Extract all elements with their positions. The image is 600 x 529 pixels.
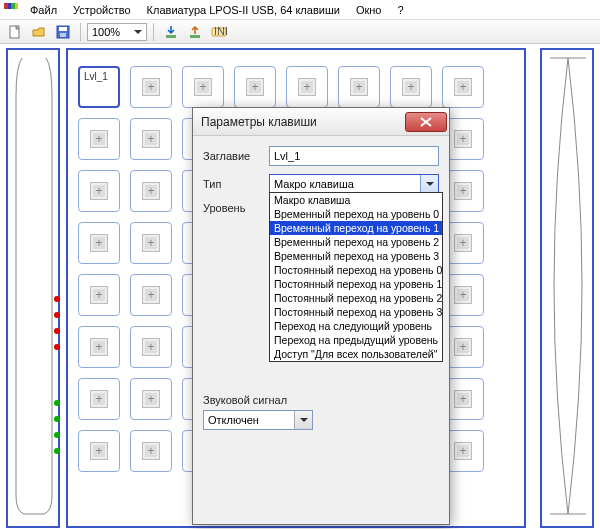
caption-label: Заглавие bbox=[203, 150, 263, 162]
key-cell[interactable]: + bbox=[130, 66, 172, 108]
key-plus: + bbox=[131, 431, 171, 471]
dropdown-option[interactable]: Переход на предыдущий уровень bbox=[270, 333, 442, 347]
key-cell[interactable]: + bbox=[234, 66, 276, 108]
dialog-title: Параметры клавиши bbox=[201, 115, 405, 129]
zoom-value: 100% bbox=[92, 26, 120, 38]
key-plus: + bbox=[131, 119, 171, 159]
led-green bbox=[54, 400, 60, 406]
key-label: Lvl_1 bbox=[84, 71, 108, 82]
key-cell[interactable]: + bbox=[130, 326, 172, 368]
key-cell[interactable]: + bbox=[78, 222, 120, 264]
led-green bbox=[54, 432, 60, 438]
dropdown-option[interactable]: Временный переход на уровень 0 bbox=[270, 207, 442, 221]
key-cell[interactable]: + bbox=[78, 378, 120, 420]
plus-icon: + bbox=[454, 130, 472, 148]
menu-device[interactable]: Устройство bbox=[65, 2, 139, 18]
key-plus: + bbox=[131, 379, 171, 419]
svg-text:INFO: INFO bbox=[214, 25, 227, 37]
key-params-dialog: Параметры клавиши Заглавие Lvl_1 Тип Мак… bbox=[192, 107, 450, 525]
toolbar-upload-icon[interactable] bbox=[184, 22, 206, 42]
key-cell[interactable]: + bbox=[390, 66, 432, 108]
caption-input[interactable]: Lvl_1 bbox=[269, 146, 439, 166]
dropdown-option[interactable]: Доступ "Для всех пользователей" bbox=[270, 347, 442, 361]
menu-window[interactable]: Окно bbox=[348, 2, 390, 18]
toolbar-save-icon[interactable] bbox=[52, 22, 74, 42]
dialog-titlebar[interactable]: Параметры клавиши bbox=[193, 108, 449, 136]
plus-icon: + bbox=[454, 338, 472, 356]
dropdown-option[interactable]: Временный переход на уровень 2 bbox=[270, 235, 442, 249]
sound-combo[interactable]: Отключен bbox=[203, 410, 313, 430]
key-plus: + bbox=[131, 327, 171, 367]
key-plus: + bbox=[79, 119, 119, 159]
dropdown-option[interactable]: Постоянный переход на уровень 0 bbox=[270, 263, 442, 277]
toolbar-open-icon[interactable] bbox=[28, 22, 50, 42]
zoom-select[interactable]: 100% bbox=[87, 23, 147, 41]
key-plus: + bbox=[339, 67, 379, 107]
right-outline bbox=[548, 56, 588, 516]
plus-icon: + bbox=[90, 442, 108, 460]
type-combo[interactable]: Макро клавиша bbox=[269, 174, 439, 194]
key-plus: + bbox=[79, 379, 119, 419]
key-plus: + bbox=[79, 327, 119, 367]
left-outline bbox=[14, 56, 54, 516]
key-cell[interactable]: + bbox=[130, 274, 172, 316]
key-plus: + bbox=[287, 67, 327, 107]
menu-help[interactable]: ? bbox=[389, 2, 411, 18]
key-plus: + bbox=[79, 171, 119, 211]
menubar: Файл Устройство Клавиатура LPOS-II USB, … bbox=[0, 0, 600, 20]
toolbar-new-icon[interactable] bbox=[4, 22, 26, 42]
level-dropdown-list[interactable]: Макро клавишаВременный переход на уровен… bbox=[269, 192, 443, 362]
dropdown-option[interactable]: Временный переход на уровень 1 bbox=[270, 221, 442, 235]
toolbar: 100% INFO bbox=[0, 20, 600, 44]
dropdown-option[interactable]: Временный переход на уровень 3 bbox=[270, 249, 442, 263]
led-red bbox=[54, 328, 60, 334]
key-plus: + bbox=[79, 431, 119, 471]
workspace: Lvl_1+++++++++++++++++++++++++++++++++++… bbox=[0, 44, 600, 529]
toolbar-download-icon[interactable] bbox=[160, 22, 182, 42]
svg-rect-5 bbox=[190, 35, 200, 38]
key-cell[interactable]: + bbox=[78, 170, 120, 212]
sound-value: Отключен bbox=[208, 414, 259, 426]
led-red bbox=[54, 312, 60, 318]
key-cell[interactable]: + bbox=[130, 118, 172, 160]
key-cell[interactable]: + bbox=[78, 274, 120, 316]
dropdown-option[interactable]: Постоянный переход на уровень 1 bbox=[270, 277, 442, 291]
key-cell[interactable]: + bbox=[130, 170, 172, 212]
key-plus: + bbox=[443, 67, 483, 107]
plus-icon: + bbox=[454, 182, 472, 200]
chevron-down-icon[interactable] bbox=[294, 411, 312, 429]
key-cell[interactable]: + bbox=[442, 66, 484, 108]
dropdown-option[interactable]: Макро клавиша bbox=[270, 193, 442, 207]
dropdown-option[interactable]: Переход на следующий уровень bbox=[270, 319, 442, 333]
plus-icon: + bbox=[142, 286, 160, 304]
key-plus: + bbox=[131, 171, 171, 211]
separator bbox=[153, 23, 154, 41]
key-cell[interactable]: + bbox=[130, 378, 172, 420]
key-cell[interactable]: Lvl_1 bbox=[78, 66, 120, 108]
toolbar-info-icon[interactable]: INFO bbox=[208, 22, 230, 42]
plus-icon: + bbox=[142, 130, 160, 148]
dialog-body: Заглавие Lvl_1 Тип Макро клавиша Уровень… bbox=[193, 136, 449, 440]
key-cell[interactable]: + bbox=[78, 118, 120, 160]
menu-keyboard[interactable]: Клавиатура LPOS-II USB, 64 клавиши bbox=[139, 2, 348, 18]
dropdown-option[interactable]: Постоянный переход на уровень 2 bbox=[270, 291, 442, 305]
dropdown-option[interactable]: Постоянный переход на уровень 3 bbox=[270, 305, 442, 319]
key-cell[interactable]: + bbox=[78, 430, 120, 472]
right-side-panel bbox=[540, 48, 594, 528]
key-cell[interactable]: + bbox=[182, 66, 224, 108]
plus-icon: + bbox=[90, 182, 108, 200]
plus-icon: + bbox=[454, 390, 472, 408]
plus-icon: + bbox=[298, 78, 316, 96]
key-cell[interactable]: + bbox=[130, 222, 172, 264]
key-plus: + bbox=[79, 275, 119, 315]
key-cell[interactable]: + bbox=[286, 66, 328, 108]
close-button[interactable] bbox=[405, 112, 447, 132]
menu-file[interactable]: Файл bbox=[22, 2, 65, 18]
key-cell[interactable]: + bbox=[78, 326, 120, 368]
key-cell[interactable]: + bbox=[130, 430, 172, 472]
key-plus: + bbox=[131, 223, 171, 263]
chevron-down-icon[interactable] bbox=[420, 175, 438, 193]
app-icon bbox=[4, 3, 18, 17]
key-cell[interactable]: + bbox=[338, 66, 380, 108]
plus-icon: + bbox=[142, 234, 160, 252]
